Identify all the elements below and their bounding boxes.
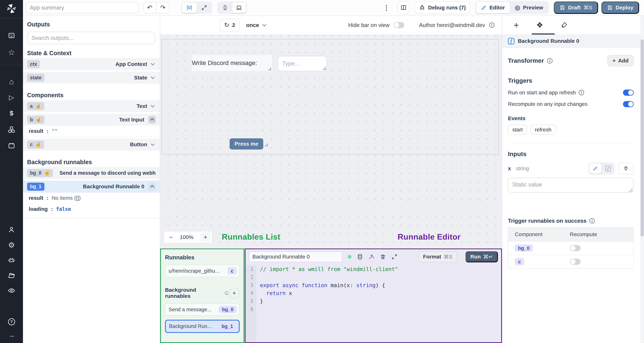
runnable-item-bg0[interactable]: Send a message... bg_0 [165, 303, 240, 316]
event-chip-refresh[interactable]: refresh [530, 125, 556, 134]
zoom-out-button[interactable]: − [169, 234, 173, 241]
refresh-count-button[interactable]: ↻ 2 [220, 19, 240, 31]
undo-button[interactable]: ↶ [143, 2, 156, 14]
tab-editor[interactable]: Editor [476, 2, 510, 14]
static-value-textarea[interactable] [508, 178, 634, 192]
divider [508, 144, 634, 144]
scrollbar-track[interactable] [640, 16, 644, 343]
output-row-a[interactable]: a☝ Text [23, 100, 160, 112]
static-mode-button[interactable] [590, 164, 601, 174]
runnable-name-input[interactable] [249, 252, 342, 262]
chevron-down-icon[interactable] [151, 75, 155, 79]
text-component[interactable]: Write Discord message: [192, 55, 272, 71]
runnables-list-panel: Runnables u/henri/scrape_githu... c Back… [160, 248, 244, 343]
docs-button[interactable] [398, 2, 410, 14]
info-icon[interactable]: i [579, 90, 584, 95]
info-icon[interactable]: i [489, 22, 494, 28]
textinput-field[interactable] [278, 56, 327, 71]
redo-button[interactable]: ↷ [156, 2, 170, 14]
delete-trash-icon[interactable] [380, 254, 386, 260]
component-settings-tab[interactable]: ❖ [536, 21, 543, 29]
run-on-start-toggle[interactable] [623, 90, 634, 96]
chevron-down-icon[interactable] [151, 104, 155, 108]
resize-handle[interactable] [265, 144, 268, 146]
insert-component-tab[interactable]: + [514, 20, 519, 30]
collapse-button[interactable] [148, 183, 156, 190]
component-badge[interactable]: bg_0 [515, 244, 533, 252]
output-row-c[interactable]: c☝ Button [23, 139, 160, 150]
variables-dollar-icon[interactable]: $ [0, 110, 23, 116]
textinput-component[interactable] [278, 56, 327, 71]
output-row-ctx[interactable]: ctx App Context [23, 58, 160, 70]
chevron-down-icon[interactable] [151, 142, 155, 146]
add-background-runnable-button[interactable]: + [229, 288, 240, 298]
mobile-view-button[interactable] [218, 2, 232, 13]
sidebar-divider [0, 18, 23, 18]
run-button[interactable]: Run ⌘↵ [466, 251, 498, 262]
output-row-bg0[interactable]: bg_0☝ Send a message to discord using we… [23, 167, 160, 179]
scrollbar-thumb[interactable] [640, 39, 644, 236]
component-badge[interactable]: c [515, 258, 524, 265]
hand-pointer-icon: ☝ [36, 116, 42, 123]
debug-runs-button[interactable]: Debug runs (7) [415, 2, 470, 14]
runnable-item-script[interactable]: u/henri/scrape_githu... c [165, 265, 240, 277]
more-menu-button[interactable]: ⋮ [383, 4, 390, 12]
interval-select[interactable]: once [246, 22, 267, 28]
workers-robot-icon[interactable] [0, 256, 23, 264]
favorites-star-icon[interactable]: ☆ [0, 48, 23, 56]
recompute-toggle[interactable] [570, 245, 581, 251]
expand-editor-icon[interactable] [391, 254, 398, 260]
windmill-logo-icon[interactable] [0, 3, 23, 14]
chevron-down-icon[interactable] [151, 62, 155, 66]
format-button[interactable]: Format ⌘S [418, 251, 457, 262]
audit-eye-icon[interactable] [0, 287, 23, 294]
output-row-b[interactable]: b☝ Text Input [23, 114, 160, 126]
code-editor[interactable]: 1// import * as wmill from "windmill-cli… [246, 265, 501, 342]
search-outputs-input[interactable] [27, 32, 155, 44]
info-icon[interactable]: i [590, 218, 595, 224]
home-icon[interactable]: ⌂ [0, 78, 23, 86]
app-summary-input[interactable] [26, 2, 139, 14]
fullwidth-layout-button[interactable] [197, 2, 212, 13]
event-chip-start[interactable]: start [508, 125, 527, 134]
draft-shortcut: ⌘S [584, 4, 592, 11]
eval-mode-button[interactable]: f [602, 164, 614, 174]
resize-grip-icon[interactable] [629, 188, 632, 192]
help-icon[interactable]: ? [0, 318, 23, 325]
output-row-state[interactable]: state State [23, 72, 160, 84]
desktop-view-button[interactable] [232, 2, 246, 13]
hide-bar-toggle[interactable] [394, 22, 404, 28]
add-transformer-button[interactable]: +Add [607, 55, 634, 66]
tab-preview[interactable]: ◎ Preview [510, 2, 548, 14]
output-row-bg1[interactable]: bg_1 Background Runnable 0 [23, 181, 160, 192]
deploy-button[interactable]: Deploy [601, 2, 639, 14]
draft-button[interactable]: Draft ⌘S [554, 2, 598, 14]
table-row: bg_0 [508, 241, 634, 255]
zoom-in-button[interactable]: + [200, 232, 210, 242]
info-icon[interactable]: i [547, 58, 552, 64]
settings-gear-icon[interactable]: ⚙ [0, 242, 23, 249]
recompute-toggle[interactable] [570, 259, 581, 265]
app-canvas[interactable]: Write Discord message: Press me − 100% +… [160, 35, 502, 248]
folders-icon[interactable] [0, 272, 23, 279]
styling-tab[interactable] [560, 22, 568, 28]
collapse-arrow-icon[interactable]: → [0, 332, 23, 338]
schedules-calendar-icon[interactable] [0, 142, 23, 150]
recompute-toggle[interactable] [623, 101, 634, 107]
trigger-success-heading: Trigger runnables on success i [508, 218, 634, 224]
centered-layout-button[interactable] [182, 2, 197, 13]
settings-tabbar: + ❖ [502, 16, 644, 35]
inputs-heading: Inputs [508, 150, 634, 158]
resize-handle[interactable] [268, 68, 271, 70]
connect-input-button[interactable] [618, 163, 634, 174]
users-person-icon[interactable] [0, 226, 23, 234]
ai-wand-icon[interactable] [368, 254, 374, 260]
runs-play-icon[interactable]: ▷ [0, 94, 23, 100]
button-component[interactable]: Press me [230, 138, 263, 149]
apps-icon[interactable] [0, 32, 23, 39]
cache-database-icon[interactable] [357, 254, 363, 260]
collapse-button[interactable] [148, 116, 156, 124]
resources-cubes-icon[interactable] [0, 126, 23, 134]
resize-handle[interactable] [323, 67, 326, 70]
runnable-item-bg1-selected[interactable]: Background Run... bg_1 [165, 320, 240, 333]
